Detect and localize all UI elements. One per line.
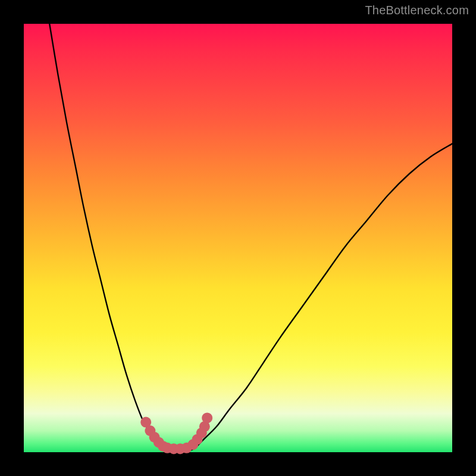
curve-layer [24,24,452,452]
plot-area [24,24,452,452]
marker-dot [202,412,212,423]
v-curve [49,24,452,452]
curve-left-branch [49,24,161,448]
marker-dots [140,412,212,454]
curve-right-branch [203,144,452,440]
chart-frame: TheBottleneck.com [0,0,476,476]
watermark-text: TheBottleneck.com [365,4,469,17]
